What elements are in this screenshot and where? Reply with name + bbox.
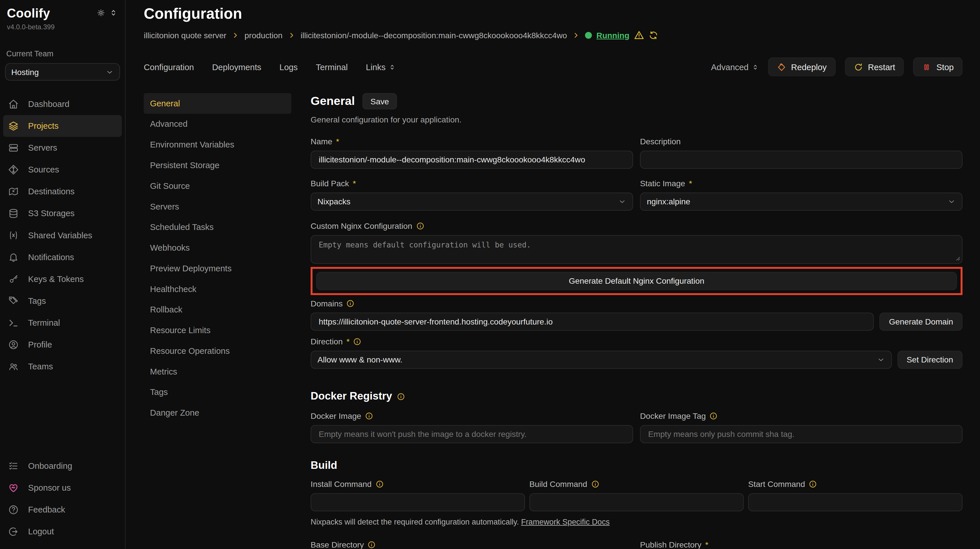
status-dot-icon xyxy=(585,32,592,39)
info-icon[interactable] xyxy=(397,392,405,400)
custom-nginx-textarea[interactable] xyxy=(311,235,963,264)
chevrons-up-down-icon[interactable] xyxy=(110,9,118,17)
chevron-down-icon xyxy=(877,356,885,364)
general-heading-row: General Save xyxy=(311,93,963,110)
status-label[interactable]: Running xyxy=(597,31,629,40)
subnav-item-preview-deployments[interactable]: Preview Deployments xyxy=(144,258,291,279)
generate-domain-button[interactable]: Generate Domain xyxy=(880,312,963,331)
sidebar-item-sources[interactable]: Sources xyxy=(3,159,122,180)
sidebar-item-profile[interactable]: Profile xyxy=(3,334,122,356)
description-input[interactable] xyxy=(640,151,963,169)
advanced-dropdown[interactable]: Advanced xyxy=(711,62,759,72)
subnav-item-general[interactable]: General xyxy=(144,93,291,114)
subnav-item-git-source[interactable]: Git Source xyxy=(144,176,291,196)
domains-input[interactable] xyxy=(311,312,874,331)
info-icon[interactable] xyxy=(809,480,817,488)
sidebar-item-feedback[interactable]: Feedback xyxy=(3,499,122,520)
team-select[interactable]: Hosting xyxy=(5,63,120,81)
sidebar-item-terminal[interactable]: Terminal xyxy=(3,312,122,334)
sidebar-item-shared-variables[interactable]: Shared Variables xyxy=(3,224,122,246)
restart-icon xyxy=(854,62,863,72)
tab-links[interactable]: Links xyxy=(366,62,395,72)
generate-default-nginx-button[interactable]: Generate Default Nginx Configuration xyxy=(316,272,957,290)
info-icon[interactable] xyxy=(346,299,354,307)
subnav-item-persistent-storage[interactable]: Persistent Storage xyxy=(144,155,291,176)
name-description-row: Name* Description xyxy=(311,137,963,169)
sidebar-item-destinations[interactable]: Destinations xyxy=(3,181,122,203)
docker-image-tag-input[interactable] xyxy=(640,425,963,443)
sun-icon[interactable] xyxy=(97,9,105,17)
warning-triangle-icon[interactable] xyxy=(634,30,644,41)
subnav-item-scheduled-tasks[interactable]: Scheduled Tasks xyxy=(144,217,291,238)
sidebar-item-onboarding[interactable]: Onboarding xyxy=(3,455,122,477)
app-logo[interactable]: Coolify xyxy=(7,6,55,21)
info-icon[interactable] xyxy=(416,222,424,230)
build-pack-select[interactable]: Nixpacks xyxy=(311,193,633,211)
stop-button[interactable]: Stop xyxy=(913,57,963,76)
breadcrumb-project[interactable]: illicitonion quote server xyxy=(144,31,226,40)
domains-row: Generate Domain xyxy=(311,312,963,331)
subnav-item-tags[interactable]: Tags xyxy=(144,382,291,403)
tab-deployments[interactable]: Deployments xyxy=(212,62,261,72)
subnav-item-advanced[interactable]: Advanced xyxy=(144,114,291,135)
subnav-item-resource-operations[interactable]: Resource Operations xyxy=(144,341,291,361)
install-command-input[interactable] xyxy=(311,493,525,511)
set-direction-button[interactable]: Set Direction xyxy=(897,351,963,369)
sidebar-item-dashboard[interactable]: Dashboard xyxy=(3,93,122,115)
team-select-value: Hosting xyxy=(11,67,39,77)
breadcrumb-environment[interactable]: production xyxy=(245,31,283,40)
build-command-input[interactable] xyxy=(529,493,744,511)
redeploy-button[interactable]: Redeploy xyxy=(768,57,835,76)
users-icon xyxy=(8,361,19,372)
subnav-item-resource-limits[interactable]: Resource Limits xyxy=(144,320,291,341)
resize-handle-icon[interactable] xyxy=(954,255,961,261)
refresh-icon[interactable] xyxy=(649,31,658,40)
sidebar-item-notifications[interactable]: Notifications xyxy=(3,246,122,268)
docker-image-input[interactable] xyxy=(311,425,633,443)
sidebar-item-tags[interactable]: Tags xyxy=(3,290,122,312)
subnav-item-rollback[interactable]: Rollback xyxy=(144,299,291,320)
sidebar-item-sponsor-us[interactable]: Sponsor us xyxy=(3,477,122,499)
sidebar-item-servers[interactable]: Servers xyxy=(3,137,122,159)
subnav-item-servers[interactable]: Servers xyxy=(144,196,291,217)
tab-terminal[interactable]: Terminal xyxy=(316,62,348,72)
main-content: Configuration illicitonion quote server … xyxy=(126,0,980,549)
info-icon[interactable] xyxy=(591,480,599,488)
toolbar-actions: Advanced Redeploy Restart Stop xyxy=(711,57,963,76)
sidebar-item-teams[interactable]: Teams xyxy=(3,356,122,377)
start-command-input[interactable] xyxy=(748,493,963,511)
info-icon[interactable] xyxy=(710,412,718,420)
subnav-item-danger-zone[interactable]: Danger Zone xyxy=(144,403,291,423)
required-asterisk: * xyxy=(353,179,356,188)
info-icon[interactable] xyxy=(375,480,383,488)
direction-select[interactable]: Allow www & non-www. xyxy=(311,351,892,369)
sidebar-item-logout[interactable]: Logout xyxy=(3,521,122,543)
breadcrumb: illicitonion quote server production ill… xyxy=(144,30,963,41)
restart-button[interactable]: Restart xyxy=(845,57,904,76)
breadcrumb-resource[interactable]: illicitestonion/-module--decomposition:m… xyxy=(301,31,567,40)
chevron-down-icon xyxy=(618,197,626,205)
subnav-item-webhooks[interactable]: Webhooks xyxy=(144,237,291,258)
static-image-select[interactable]: nginx:alpine xyxy=(640,193,963,211)
heart-icon xyxy=(8,482,19,493)
tab-logs[interactable]: Logs xyxy=(279,62,298,72)
tab-configuration[interactable]: Configuration xyxy=(144,62,194,72)
custom-nginx-label: Custom Nginx Configuration xyxy=(311,221,963,231)
subnav-item-healthcheck[interactable]: Healthcheck xyxy=(144,279,291,299)
info-icon[interactable] xyxy=(353,337,361,345)
save-button[interactable]: Save xyxy=(363,93,397,110)
subnav-item-environment-variables[interactable]: Environment Variables xyxy=(144,135,291,155)
domains-label: Domains xyxy=(311,299,963,309)
chevron-right-icon xyxy=(288,32,295,39)
sidebar-item-keys-tokens[interactable]: Keys & Tokens xyxy=(3,268,122,290)
framework-docs-link[interactable]: Framework Specific Docs xyxy=(521,518,609,526)
sidebar-item-s3-storages[interactable]: S3 Storages xyxy=(3,203,122,224)
sidebar-item-projects[interactable]: Projects xyxy=(3,115,122,137)
name-input[interactable] xyxy=(311,151,633,169)
info-icon[interactable] xyxy=(368,541,375,549)
subnav-item-metrics[interactable]: Metrics xyxy=(144,361,291,382)
info-icon[interactable] xyxy=(365,412,373,420)
server-icon xyxy=(8,143,19,153)
terminal-icon xyxy=(8,318,19,328)
required-asterisk: * xyxy=(336,137,339,146)
